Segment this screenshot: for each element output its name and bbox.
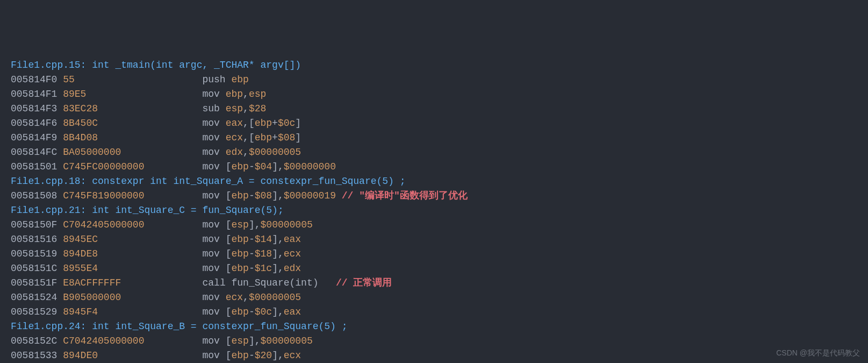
operand: ] bbox=[295, 118, 301, 129]
operand: edx bbox=[226, 147, 243, 158]
operand: ebp bbox=[232, 161, 249, 172]
operand: $0c bbox=[255, 307, 272, 317]
mnemonic: mov bbox=[202, 132, 225, 143]
source-text: File1.cpp.21: int int_Square_C = fun_Squ… bbox=[11, 205, 284, 216]
address: 00581501 bbox=[11, 161, 63, 172]
source-text: File1.cpp.18: constexpr int int_Square_A… bbox=[11, 176, 406, 187]
asm-line[interactable]: 005814FC BA05000000 mov edx,$00000005 bbox=[11, 145, 868, 160]
annotation-comment: // 正常调用 bbox=[336, 277, 392, 288]
operand: [ bbox=[226, 190, 232, 201]
operand: ebp bbox=[226, 89, 243, 99]
asm-line[interactable]: 00581533 894DE0 mov [ebp-$20],ecx bbox=[11, 348, 868, 363]
operand: eax bbox=[226, 118, 243, 129]
mnemonic: mov bbox=[202, 147, 225, 158]
hex-bytes: E8ACFFFFFF bbox=[63, 277, 121, 288]
operand: $28 bbox=[249, 103, 266, 114]
operand: - bbox=[249, 350, 255, 361]
source-text: File1.cpp.24: int int_Square_B = constex… bbox=[11, 321, 348, 332]
operand: ], bbox=[272, 161, 284, 172]
operand: - bbox=[249, 190, 255, 201]
annotation-comment: // "编译时"函数得到了优化 bbox=[342, 190, 468, 201]
hex-bytes: B905000000 bbox=[63, 292, 121, 303]
operand: $08 bbox=[278, 132, 295, 143]
mnemonic: mov bbox=[202, 118, 225, 129]
mnemonic: mov bbox=[202, 350, 225, 361]
operand: ], bbox=[272, 263, 284, 274]
operand: - bbox=[249, 234, 255, 245]
operand: ,[ bbox=[243, 132, 255, 143]
source-line[interactable]: File1.cpp.18: constexpr int int_Square_A… bbox=[11, 174, 868, 189]
asm-line[interactable]: 005814F9 8B4D08 mov ecx,[ebp+$08] bbox=[11, 131, 868, 145]
operand: $00000019 bbox=[284, 190, 336, 201]
operand: ] bbox=[295, 132, 301, 143]
operand: ], bbox=[272, 248, 284, 259]
mnemonic: mov bbox=[202, 161, 225, 172]
operand: + bbox=[272, 132, 278, 143]
source-line[interactable]: File1.cpp.21: int int_Square_C = fun_Squ… bbox=[11, 203, 868, 218]
operand: ebp bbox=[232, 263, 249, 274]
operand: ], bbox=[272, 307, 284, 317]
address: 00581516 bbox=[11, 234, 63, 245]
operand: ,[ bbox=[243, 118, 255, 129]
operand: ebp bbox=[232, 234, 249, 245]
mnemonic: mov bbox=[202, 336, 225, 346]
hex-bytes: 89E5 bbox=[63, 89, 86, 99]
asm-line[interactable]: 00581524 B905000000 mov ecx,$00000005 bbox=[11, 290, 868, 305]
operand: ebp bbox=[255, 132, 272, 143]
operand: ], bbox=[272, 350, 284, 361]
operand: [ bbox=[226, 161, 232, 172]
asm-line[interactable]: 005814F1 89E5 mov ebp,esp bbox=[11, 87, 868, 102]
disassembly-view[interactable]: File1.cpp.15: int _tmain(int argc, _TCHA… bbox=[11, 58, 868, 363]
asm-line[interactable]: 005814F0 55 push ebp bbox=[11, 73, 868, 87]
operand: esp bbox=[226, 103, 243, 114]
asm-line[interactable]: 00581501 C745FC00000000 mov [ebp-$04],$0… bbox=[11, 160, 868, 174]
address: 00581519 bbox=[11, 248, 63, 259]
address: 0058152C bbox=[11, 336, 63, 346]
hex-bytes: C745F819000000 bbox=[63, 190, 144, 201]
operand: $1c bbox=[255, 263, 272, 274]
hex-bytes: 8955E4 bbox=[63, 263, 98, 274]
address: 005814F6 bbox=[11, 118, 63, 129]
operand: ], bbox=[249, 219, 261, 230]
asm-line[interactable]: 005814F3 83EC28 sub esp,$28 bbox=[11, 102, 868, 116]
operand: $18 bbox=[255, 248, 272, 259]
mnemonic: mov bbox=[202, 292, 225, 303]
asm-line[interactable]: 0058150F C7042405000000 mov [esp],$00000… bbox=[11, 218, 868, 232]
asm-line[interactable]: 00581516 8945EC mov [ebp-$14],eax bbox=[11, 232, 868, 247]
operand: ebp bbox=[232, 350, 249, 361]
address: 0058150F bbox=[11, 219, 63, 230]
operand: - bbox=[249, 161, 255, 172]
operand: $00000005 bbox=[249, 292, 301, 303]
operand: ecx bbox=[226, 132, 243, 143]
asm-line[interactable]: 00581519 894DE8 mov [ebp-$18],ecx bbox=[11, 247, 868, 261]
operand: [ bbox=[226, 350, 232, 361]
operand: eax bbox=[284, 234, 301, 245]
source-line[interactable]: File1.cpp.15: int _tmain(int argc, _TCHA… bbox=[11, 58, 868, 73]
operand: ecx bbox=[284, 350, 301, 361]
mnemonic: mov bbox=[202, 234, 225, 245]
asm-line[interactable]: 0058152C C7042405000000 mov [esp],$00000… bbox=[11, 334, 868, 348]
watermark-text: CSDN @我不是代码教父 bbox=[776, 347, 860, 359]
asm-line[interactable]: 0058151C 8955E4 mov [ebp-$1c],edx bbox=[11, 261, 868, 276]
operand: fun_Square(int) bbox=[232, 277, 319, 288]
operand: $00000005 bbox=[261, 219, 313, 230]
operand: edx bbox=[284, 263, 301, 274]
asm-line[interactable]: 005814F6 8B450C mov eax,[ebp+$0c] bbox=[11, 116, 868, 131]
source-line[interactable]: File1.cpp.24: int int_Square_B = constex… bbox=[11, 319, 868, 334]
address: 00581529 bbox=[11, 307, 63, 317]
operand: ecx bbox=[226, 292, 243, 303]
operand: $14 bbox=[255, 234, 272, 245]
operand: [ bbox=[226, 263, 232, 274]
operand: ], bbox=[272, 190, 284, 201]
operand: $04 bbox=[255, 161, 272, 172]
asm-line[interactable]: 0058151F E8ACFFFFFF call fun_Square(int)… bbox=[11, 276, 868, 290]
operand: + bbox=[272, 118, 278, 129]
hex-bytes: C7042405000000 bbox=[63, 219, 144, 230]
hex-bytes: 894DE0 bbox=[63, 350, 98, 361]
asm-line[interactable]: 00581529 8945F4 mov [ebp-$0c],eax bbox=[11, 305, 868, 319]
asm-line[interactable]: 00581508 C745F819000000 mov [ebp-$08],$0… bbox=[11, 189, 868, 203]
address: 005814FC bbox=[11, 147, 63, 158]
address: 005814F0 bbox=[11, 74, 63, 85]
operand: $0c bbox=[278, 118, 295, 129]
operand: esp bbox=[232, 219, 249, 230]
